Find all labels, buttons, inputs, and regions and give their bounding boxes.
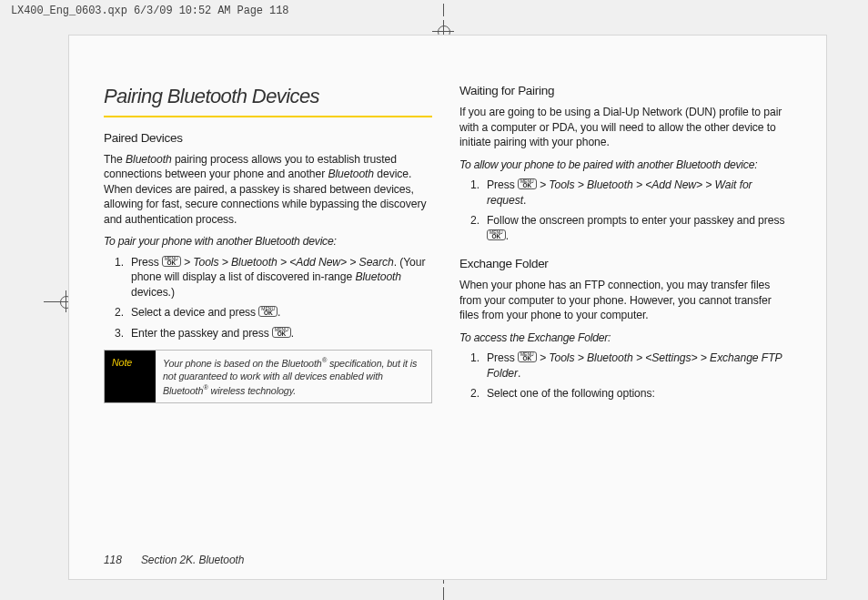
ok-key-icon: MENUOK bbox=[272, 327, 291, 338]
section-label: Section 2K. Bluetooth bbox=[141, 554, 244, 566]
instruction-access-exchange: To access the Exchange Folder: bbox=[459, 331, 788, 345]
ok-key-icon: MENUOK bbox=[518, 351, 537, 362]
steps-access-exchange: 1. Press MENUOK > Tools > Bluetooth > <S… bbox=[459, 351, 788, 401]
heading-paired-devices: Paired Devices bbox=[104, 130, 432, 147]
step-1: 1. Press MENUOK > Tools > Bluetooth > <A… bbox=[120, 255, 432, 300]
crop-mark-top bbox=[432, 4, 454, 38]
text: The bbox=[104, 153, 126, 166]
steps-allow-pairing: 1. Press MENUOK > Tools > Bluetooth > <A… bbox=[459, 178, 788, 243]
menu-path: > Tools > Bluetooth > <Add New> > Search bbox=[181, 256, 394, 269]
step-3: 3. Enter the passkey and press MENUOK. bbox=[120, 326, 432, 341]
text: Press bbox=[487, 351, 518, 364]
heading-exchange-folder: Exchange Folder bbox=[459, 256, 788, 272]
step-2: 2. Follow the onscreen prompts to enter … bbox=[476, 213, 788, 243]
right-column: Waiting for Pairing If you are going to … bbox=[459, 83, 788, 552]
ok-key-icon: MENUOK bbox=[258, 306, 278, 317]
instruction-pair-phone: To pair your phone with another Bluetoot… bbox=[104, 234, 432, 249]
qxp-header: LX400_Eng_0603.qxp 6/3/09 10:52 AM Page … bbox=[11, 5, 288, 17]
page-sheet: Pairing Bluetooth Devices Paired Devices… bbox=[68, 35, 827, 580]
text: Press bbox=[131, 256, 162, 269]
note-label: Note bbox=[105, 351, 156, 402]
section-title: Pairing Bluetooth Devices bbox=[104, 83, 432, 117]
text: Enter the passkey and press bbox=[131, 327, 272, 340]
step-2: 2. Select one of the following options: bbox=[476, 386, 788, 401]
page-footer: 118 Section 2K. Bluetooth bbox=[104, 554, 244, 566]
term-bluetooth: Bluetooth bbox=[328, 168, 374, 180]
note-text: Your phone is based on the Bluetooth® sp… bbox=[156, 351, 431, 402]
crop-mark-left bbox=[44, 290, 71, 312]
paragraph-dun-profile: If you are going to be using a Dial-Up N… bbox=[459, 105, 788, 149]
instruction-allow-pairing: To allow your phone to be paired with an… bbox=[459, 158, 788, 172]
ok-key-icon: MENUOK bbox=[162, 256, 181, 267]
text: Your phone is based on the Bluetooth bbox=[163, 358, 322, 369]
step-1: 1. Press MENUOK > Tools > Bluetooth > <A… bbox=[476, 178, 788, 208]
page-content: Pairing Bluetooth Devices Paired Devices… bbox=[104, 83, 788, 552]
text: Select one of the following options: bbox=[487, 387, 655, 400]
page-number: 118 bbox=[104, 554, 122, 566]
left-column: Pairing Bluetooth Devices Paired Devices… bbox=[104, 83, 432, 552]
paragraph-pairing-intro: The Bluetooth pairing process allows you… bbox=[104, 152, 432, 227]
term-bluetooth: Bluetooth bbox=[355, 270, 401, 283]
heading-waiting-pairing: Waiting for Pairing bbox=[459, 83, 788, 99]
paragraph-ftp-connection: When your phone has an FTP connection, y… bbox=[459, 278, 788, 322]
text: Follow the onscreen prompts to enter you… bbox=[487, 214, 784, 227]
note-box: Note Your phone is based on the Bluetoot… bbox=[104, 350, 432, 402]
step-1: 1. Press MENUOK > Tools > Bluetooth > <S… bbox=[476, 351, 788, 381]
step-2: 2. Select a device and press MENUOK. bbox=[120, 305, 432, 320]
steps-pair-phone: 1. Press MENUOK > Tools > Bluetooth > <A… bbox=[104, 255, 432, 341]
text: Select a device and press bbox=[131, 306, 258, 319]
text: wireless technology. bbox=[208, 384, 296, 395]
ok-key-icon: MENUOK bbox=[487, 229, 506, 240]
ok-key-icon: MENUOK bbox=[518, 178, 537, 189]
text: devices.) bbox=[131, 286, 175, 299]
text: Press bbox=[487, 178, 518, 191]
term-bluetooth: Bluetooth bbox=[126, 153, 172, 166]
